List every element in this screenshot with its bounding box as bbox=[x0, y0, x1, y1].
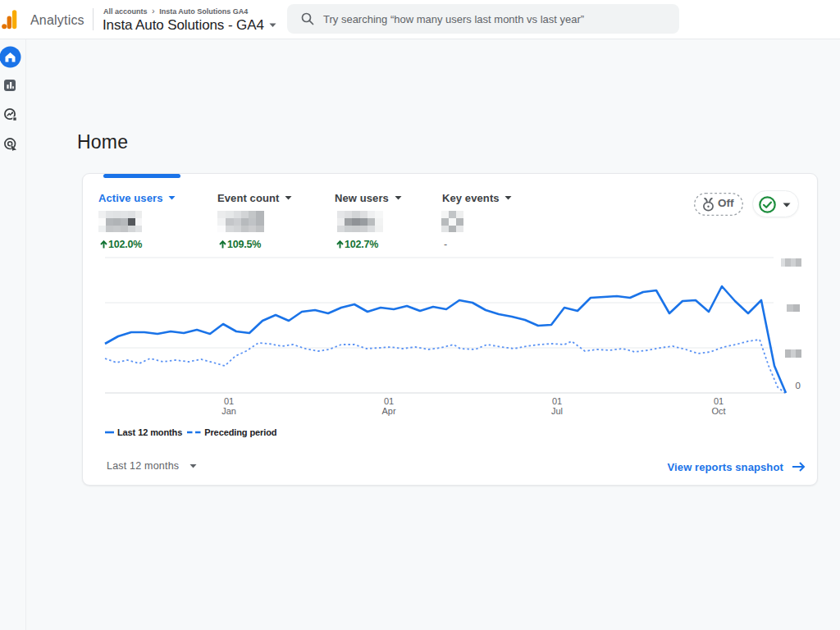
svg-text:01: 01 bbox=[552, 396, 562, 406]
svg-text:01: 01 bbox=[224, 396, 234, 406]
svg-text:Jan: Jan bbox=[221, 406, 236, 416]
svg-text:0: 0 bbox=[796, 381, 801, 390]
svg-text:Apr: Apr bbox=[381, 406, 395, 416]
svg-text:01: 01 bbox=[714, 396, 724, 406]
svg-text:Jul: Jul bbox=[551, 406, 563, 416]
svg-text:01: 01 bbox=[384, 396, 394, 406]
svg-text:Oct: Oct bbox=[711, 406, 725, 416]
